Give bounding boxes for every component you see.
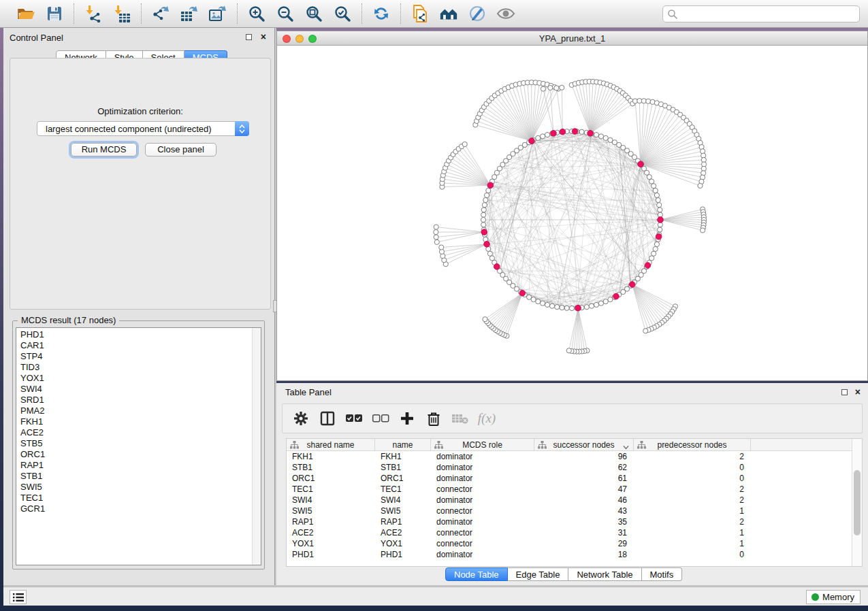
graph-node[interactable] <box>555 305 560 310</box>
tab-node-table[interactable]: Node Table <box>445 567 508 581</box>
graph-hub-node[interactable] <box>629 282 635 288</box>
table-cell[interactable]: 2 <box>634 484 751 495</box>
export-network-icon[interactable] <box>151 4 170 23</box>
table-cell[interactable]: 96 <box>534 451 634 462</box>
table-row[interactable]: ACE2ACE2connector311 <box>287 527 853 538</box>
graph-satellite-node[interactable] <box>554 86 559 90</box>
table-cell[interactable]: 1 <box>634 538 751 549</box>
graph-satellite-node[interactable] <box>434 240 439 244</box>
graph-node[interactable] <box>540 134 545 139</box>
graph-node[interactable] <box>658 208 662 212</box>
graph-hub-node[interactable] <box>656 234 662 240</box>
graph-node[interactable] <box>569 306 574 310</box>
graph-hub-node[interactable] <box>551 131 557 137</box>
close-panel-button[interactable]: Close panel <box>145 143 216 156</box>
table-cell[interactable]: 2 <box>634 495 751 506</box>
table-cell[interactable]: RAP1 <box>375 516 431 527</box>
graph-node[interactable] <box>486 188 491 193</box>
graph-satellite-node[interactable] <box>439 245 444 250</box>
table-cell[interactable]: TEC1 <box>287 484 375 495</box>
graph-node[interactable] <box>564 306 569 310</box>
import-table-icon[interactable] <box>112 4 131 23</box>
graph-node[interactable] <box>608 297 613 302</box>
graph-node[interactable] <box>652 184 656 188</box>
table-cell[interactable]: ACE2 <box>375 527 431 538</box>
table-row[interactable]: YOX1YOX1connector291 <box>287 538 853 549</box>
table-cell[interactable]: ORC1 <box>375 473 431 484</box>
export-image-icon[interactable] <box>208 4 227 23</box>
zoom-out-icon[interactable] <box>276 4 295 23</box>
graph-hub-node[interactable] <box>575 305 581 311</box>
refresh-icon[interactable] <box>372 4 391 23</box>
graph-hub-node[interactable] <box>484 242 490 248</box>
table-cell[interactable]: connector <box>431 484 534 495</box>
mcds-result-item[interactable]: FKH1 <box>16 416 261 427</box>
float-window-icon[interactable] <box>246 34 252 40</box>
graph-node[interactable] <box>654 193 659 197</box>
list-scrollbar[interactable] <box>252 328 261 565</box>
table-cell[interactable]: YOX1 <box>287 538 375 549</box>
graph-satellite-node[interactable] <box>566 348 571 353</box>
graph-node[interactable] <box>481 222 486 227</box>
graph-node[interactable] <box>487 251 492 256</box>
graph-node[interactable] <box>481 217 485 222</box>
graph-satellite-node[interactable] <box>434 229 438 234</box>
graph-node[interactable] <box>481 212 486 217</box>
table-row[interactable]: FKH1FKH1dominator962 <box>287 451 853 462</box>
mcds-result-item[interactable]: SWI5 <box>16 482 261 493</box>
table-cell[interactable]: SWI5 <box>287 506 375 516</box>
table-cell[interactable]: PHD1 <box>287 549 375 560</box>
close-icon[interactable]: × <box>261 31 266 42</box>
table-cell[interactable]: dominator <box>431 549 534 560</box>
table-cell[interactable]: FKH1 <box>287 451 375 462</box>
table-cell[interactable]: 35 <box>534 516 634 527</box>
graph-node[interactable] <box>603 135 608 140</box>
graph-hub-node[interactable] <box>572 129 578 135</box>
graph-node[interactable] <box>540 301 545 306</box>
zoom-selected-icon[interactable] <box>333 4 352 23</box>
settings-gear-icon[interactable] <box>292 410 310 427</box>
tab-motifs[interactable]: Motifs <box>642 567 683 581</box>
table-cell[interactable]: dominator <box>431 473 534 484</box>
table-cell[interactable]: TEC1 <box>375 484 431 495</box>
table-cell[interactable]: dominator <box>431 495 534 506</box>
zoom-fit-icon[interactable] <box>304 4 323 23</box>
graph-satellite-node[interactable] <box>434 225 438 229</box>
delete-column-icon[interactable] <box>425 410 443 427</box>
mcds-result-item[interactable]: ACE2 <box>16 427 261 438</box>
graph-hub-node[interactable] <box>529 138 535 144</box>
graph-node[interactable] <box>656 197 660 202</box>
annotation-icon[interactable] <box>468 4 487 23</box>
graph-hub-node[interactable] <box>588 131 594 137</box>
duplicate-network-icon[interactable] <box>411 4 430 23</box>
mcds-result-item[interactable]: RAP1 <box>16 460 261 471</box>
mcds-result-item[interactable]: SWI4 <box>16 384 261 395</box>
mcds-result-item[interactable]: CAR1 <box>16 340 261 351</box>
table-cell[interactable]: dominator <box>431 462 534 473</box>
memory-button[interactable]: Memory <box>806 590 861 604</box>
table-cell[interactable]: 31 <box>534 527 634 538</box>
table-cell[interactable]: SWI5 <box>375 506 431 516</box>
graph-satellite-node[interactable] <box>541 86 545 91</box>
graph-satellite-node[interactable] <box>434 235 438 240</box>
graph-node[interactable] <box>589 303 594 308</box>
network-home-icon[interactable] <box>439 4 458 23</box>
graph-node[interactable] <box>594 302 598 307</box>
mcds-result-item[interactable]: ORC1 <box>16 449 261 460</box>
graph-hub-node[interactable] <box>519 290 526 296</box>
table-cell[interactable]: 46 <box>534 495 634 506</box>
optimization-criterion-select[interactable]: largest connected component (undirected) <box>37 121 249 136</box>
mcds-result-item[interactable]: SRD1 <box>16 395 261 406</box>
table-scrollbar[interactable] <box>852 439 862 566</box>
search-input[interactable] <box>678 9 855 19</box>
table-row[interactable]: ORC1ORC1dominator610 <box>287 473 853 484</box>
graph-hub-node[interactable] <box>494 264 500 270</box>
graph-node[interactable] <box>653 246 658 251</box>
float-window-icon[interactable] <box>841 389 848 395</box>
graph-node[interactable] <box>482 203 487 208</box>
graph-node[interactable] <box>658 212 662 217</box>
table-cell[interactable]: ACE2 <box>287 527 375 538</box>
deselect-all-icon[interactable] <box>372 410 389 427</box>
table-cell[interactable]: 0 <box>634 549 751 560</box>
graph-node[interactable] <box>653 188 658 193</box>
